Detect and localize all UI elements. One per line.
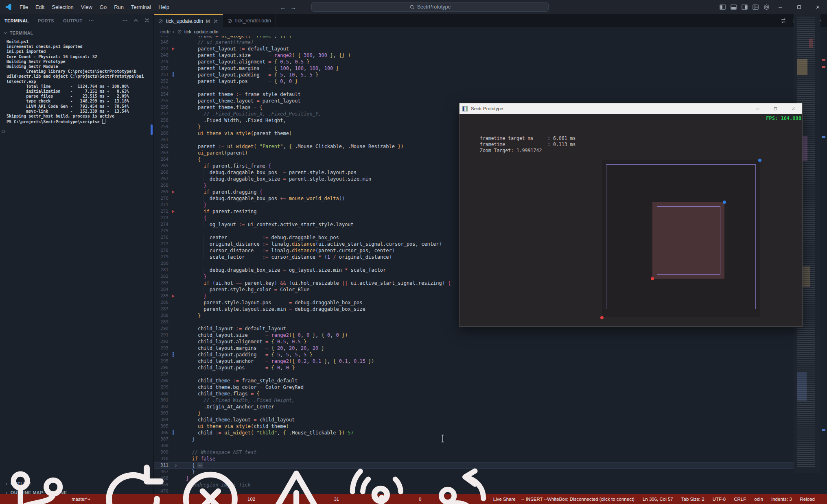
sectr-prototype-window[interactable]: Sectr Prototype FPS: 164.998 frametime_t… bbox=[459, 103, 803, 327]
panel-left-icon[interactable] bbox=[719, 4, 726, 11]
code-line[interactable]: 301 // .Fixed_Width, .Fixed_Height, bbox=[154, 397, 794, 404]
code-line[interactable]: 306 child := ui_widget( "Child", { .Mous… bbox=[154, 430, 794, 436]
live-share-icon[interactable] bbox=[427, 467, 491, 504]
code-line[interactable]: 247 parent_layout := default_layout bbox=[154, 46, 794, 52]
gear-icon[interactable] bbox=[763, 4, 770, 11]
status-item-whitebox-disconnected-click-to-connect[interactable]: WhiteBox: Disconnected (click to connect… bbox=[547, 497, 634, 502]
breadcrumb[interactable]: code › tick_update.odin bbox=[160, 27, 219, 36]
error-icon[interactable] bbox=[175, 464, 245, 504]
code-line[interactable]: 248 parent_layout.size = range2( { 300, … bbox=[154, 52, 794, 59]
code-line[interactable]: 303 } bbox=[154, 410, 794, 417]
sectr-maximize-button[interactable] bbox=[766, 103, 784, 114]
broadcast-icon[interactable] bbox=[345, 463, 417, 504]
status-item-31[interactable]: 31 bbox=[261, 464, 339, 504]
status-item-odin[interactable]: odin bbox=[754, 497, 763, 502]
status-item-live-share[interactable]: Live Share bbox=[427, 467, 515, 504]
code-line[interactable]: 302 .Origin_At_Anchor_Center bbox=[154, 404, 794, 410]
command-search-input[interactable]: SectrPrototype bbox=[311, 2, 549, 12]
code-line[interactable]: 309 // Whitespace AST test bbox=[154, 449, 794, 456]
status-item[interactable] bbox=[96, 462, 170, 504]
code-line[interactable]: 305 ui_theme_via_style(child_theme) bbox=[154, 423, 794, 430]
status-item-102[interactable]: 102 bbox=[175, 464, 255, 504]
menu-file[interactable]: File bbox=[16, 0, 32, 14]
code-line[interactable]: 307 } bbox=[154, 436, 794, 443]
panel-tab-output[interactable]: OUTPUT bbox=[59, 15, 87, 27]
menu-edit[interactable]: Edit bbox=[32, 0, 48, 14]
more-icon[interactable] bbox=[88, 17, 94, 24]
status-item-indents-3[interactable]: Indents: 3 bbox=[771, 497, 792, 502]
code-line[interactable]: 299 child_theme.bg_color = Color_GreyRed bbox=[154, 384, 794, 391]
anchor-handle[interactable] bbox=[600, 316, 604, 319]
forward-arrow-icon[interactable]: → bbox=[290, 4, 296, 11]
code-line[interactable]: 294 child_layout.padding = { 5, 5, 5, 5 … bbox=[154, 351, 794, 358]
menu-go[interactable]: Go bbox=[96, 0, 110, 14]
git-branch-icon[interactable] bbox=[4, 467, 70, 504]
child-box-border[interactable] bbox=[657, 206, 720, 275]
menu-run[interactable]: Run bbox=[110, 0, 127, 14]
terminal-section-header[interactable]: TERMINAL bbox=[3, 31, 33, 35]
menu-terminal[interactable]: Terminal bbox=[127, 0, 155, 14]
breadcrumb-file[interactable]: tick_update.odin bbox=[184, 29, 219, 34]
code-line[interactable]: 252 parent_layout.pos = { 0, 0 } bbox=[154, 78, 794, 85]
maximize-button[interactable] bbox=[790, 0, 808, 14]
terminal-scrollbar[interactable] bbox=[151, 124, 153, 135]
status-item-0[interactable]: 0 bbox=[345, 463, 421, 504]
code-line[interactable]: 300 child_theme.flags = { bbox=[154, 391, 794, 397]
close-icon[interactable] bbox=[144, 17, 150, 24]
panel-right-icon[interactable] bbox=[741, 4, 748, 11]
code-line[interactable]: 251 parent_layout.padding = { 5, 10, 5, … bbox=[154, 72, 794, 78]
menu-view[interactable]: View bbox=[77, 0, 96, 14]
menu-help[interactable]: Help bbox=[155, 0, 173, 14]
code-line[interactable]: 304 child_theme.layout = child_layout bbox=[154, 417, 794, 423]
status-item-reload[interactable]: Reload bbox=[800, 497, 815, 502]
code-line[interactable]: 295 child_layout.anchor = range2({ 0.2, … bbox=[154, 358, 794, 364]
status-item-ln-306-col-57[interactable]: Ln 306, Col 57 bbox=[643, 497, 673, 502]
sectr-titlebar[interactable]: Sectr Prototype bbox=[459, 103, 802, 114]
code-line[interactable]: 254 parent_theme := frame_style_default bbox=[154, 91, 794, 98]
layout-icon[interactable] bbox=[752, 4, 759, 11]
warning-icon[interactable] bbox=[261, 464, 332, 504]
menu-selection[interactable]: Selection bbox=[48, 0, 77, 14]
code-line[interactable]: 296 child_layout.pos = { 0, 0 } bbox=[154, 364, 794, 371]
minimize-button[interactable] bbox=[771, 0, 790, 14]
code-line[interactable]: 249 parent_layout.alignment = { 0.5, 0.5… bbox=[154, 59, 794, 65]
breadcrumb-root[interactable]: code bbox=[160, 29, 171, 34]
resize-handle[interactable] bbox=[723, 201, 726, 204]
chevron-up-icon[interactable] bbox=[133, 17, 139, 24]
sectr-close-button[interactable] bbox=[784, 103, 802, 114]
code-line[interactable]: 297 bbox=[154, 371, 794, 377]
tab-close-icon[interactable] bbox=[213, 18, 219, 24]
status-item-crlf[interactable]: CRLF bbox=[734, 497, 746, 502]
tab-tick_render.odin[interactable]: tick_render.odin bbox=[223, 14, 276, 27]
anchor-handle[interactable] bbox=[651, 277, 654, 280]
code-line[interactable]: 253 bbox=[154, 85, 794, 91]
code-line[interactable]: 298 child_theme := frame_style_default bbox=[154, 377, 794, 384]
status-item-tab-size-2[interactable]: Tab Size: 2 bbox=[681, 497, 704, 502]
terminal-output[interactable]: Build.ps1incremental_checks.ps1 imported… bbox=[7, 39, 144, 124]
status-item-utf-8[interactable]: UTF-8 bbox=[713, 497, 726, 502]
sectr-viewport[interactable]: FPS: 164.998 frametime_target_ms : 6.061… bbox=[459, 114, 802, 326]
code-line[interactable]: 292 child_layout.alignment = { 0.5, 0.5 … bbox=[154, 338, 794, 345]
code-line[interactable]: 310 if false bbox=[154, 456, 794, 462]
code-line[interactable]: 250 parent_layout.margins = { 100, 100, … bbox=[154, 65, 794, 72]
resize-handle[interactable] bbox=[758, 159, 761, 162]
panel-tab-terminal[interactable]: TERMINAL bbox=[0, 15, 33, 27]
panel-tab-ports[interactable]: PORTS bbox=[33, 15, 59, 27]
tab-tick_update.odin[interactable]: tick_update.odinM bbox=[154, 14, 223, 27]
close-button[interactable] bbox=[808, 0, 827, 14]
sync-icon[interactable] bbox=[96, 462, 170, 504]
changes-icon[interactable] bbox=[780, 17, 787, 24]
more-icon[interactable] bbox=[122, 17, 128, 24]
back-arrow-icon[interactable]: ← bbox=[280, 4, 286, 11]
code-line[interactable]: 293 child_layout.margins = { 20, 20, 20,… bbox=[154, 345, 794, 351]
odin-file-icon[interactable] bbox=[227, 18, 232, 24]
status-item-insert[interactable]: -- INSERT -- bbox=[521, 497, 547, 502]
code-line[interactable]: 245 frame = ui_widget( "Frame", {} ) bbox=[154, 36, 794, 39]
code-line[interactable]: 291 child_layout.size = range2({ 0, 0 },… bbox=[154, 332, 794, 338]
sectr-minimize-button[interactable] bbox=[748, 103, 766, 114]
code-line[interactable]: 308 bbox=[154, 443, 794, 449]
code-line[interactable]: 246 // ui_parent(frame) bbox=[154, 39, 794, 46]
panel-bottom-icon[interactable] bbox=[730, 4, 737, 11]
status-item-master[interactable]: master*+ bbox=[4, 467, 90, 504]
odin-file-icon[interactable] bbox=[158, 19, 163, 24]
